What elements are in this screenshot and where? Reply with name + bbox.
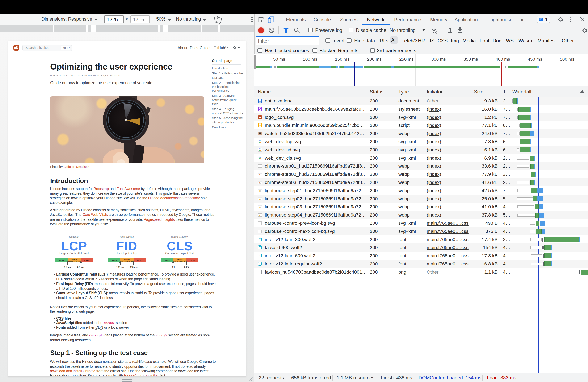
svg-text:<>: <> [259, 125, 261, 127]
